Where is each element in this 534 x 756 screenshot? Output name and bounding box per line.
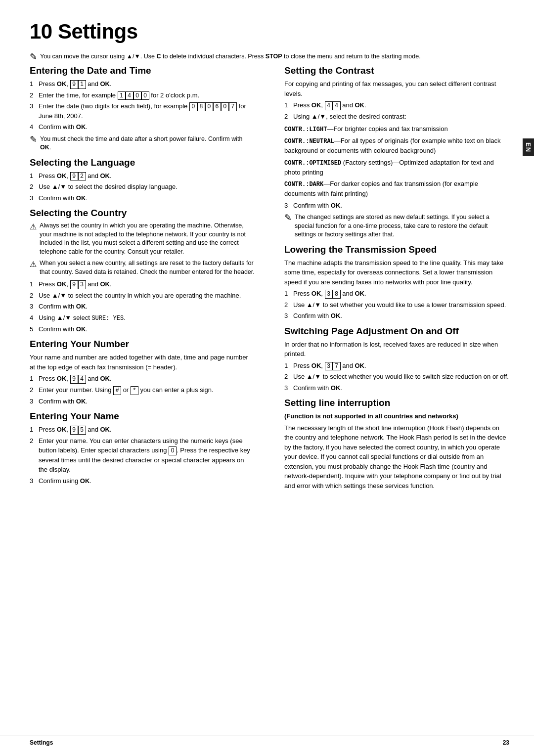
list-item: 2 Use ▲/▼ to select whether you would li…: [284, 372, 509, 382]
heading-date-time: Entering the Date and Time: [30, 65, 255, 76]
list-item: 2 Enter your number. Using # or * you ca…: [30, 385, 255, 395]
warning-icon: ⚠: [30, 260, 37, 269]
list-item: 2 Use ▲/▼ to select the country in which…: [30, 291, 255, 301]
note-text: The changed settings are stored as new d…: [295, 213, 509, 239]
list-item: 3 Confirm with OK.: [284, 311, 509, 321]
section-page-adjustment: Switching Page Adjustment On and Off In …: [284, 326, 509, 393]
section-country: Selecting the Country ⚠ Always set the c…: [30, 208, 255, 334]
heading-language: Selecting the Language: [30, 157, 255, 168]
note-icon: ✎: [30, 134, 37, 145]
list-item: 2 Use ▲/▼ to set whether you would like …: [284, 300, 509, 310]
contrast-dark: CONTR.:DARK—For darker copies and fax tr…: [284, 179, 509, 199]
section-date-time: Entering the Date and Time 1 Press OK, 9…: [30, 65, 255, 152]
left-column: Entering the Date and Time 1 Press OK, 9…: [30, 65, 260, 495]
page-title: 10 Settings: [30, 20, 509, 44]
page: EN 10 Settings ✎ You can move the cursor…: [0, 0, 534, 756]
heading-page-adjustment: Switching Page Adjustment On and Off: [284, 326, 509, 337]
intro-note: ✎ You can move the cursor using ▲/▼. Use…: [30, 52, 509, 62]
note-icon: ✎: [30, 51, 37, 62]
steps-transmission: 1 Press OK, 38 and OK. 2 Use ▲/▼ to set …: [284, 289, 509, 321]
list-item: 3 Confirm with OK.: [284, 383, 509, 393]
intro-number: Your name and number are added together …: [30, 353, 255, 372]
note-date-time: ✎ You must check the time and date after…: [30, 135, 255, 152]
steps-contrast-3: 3 Confirm with OK.: [284, 201, 509, 211]
en-tab: EN: [523, 138, 534, 156]
list-item: 1 Press OK, 93 and OK.: [30, 279, 255, 289]
list-item: 2 Enter the time, for example 1400 for 2…: [30, 90, 255, 100]
list-item: 1 Press OK, 94 and OK.: [30, 374, 255, 384]
steps-country: 1 Press OK, 93 and OK. 2 Use ▲/▼ to sele…: [30, 279, 255, 334]
footer-left: Settings: [30, 739, 53, 746]
list-item: 1 Press OK, 95 and OK.: [30, 425, 255, 435]
warn-text: When you select a new country, all setti…: [40, 259, 255, 276]
two-column-layout: Entering the Date and Time 1 Press OK, 9…: [30, 65, 509, 495]
list-item: 5 Confirm with OK.: [30, 324, 255, 334]
section-line-interruption: Setting line interruption (Function is n…: [284, 398, 509, 490]
footer: Settings 23: [0, 736, 534, 746]
intro-note-text: You can move the cursor using ▲/▼. Use C…: [40, 52, 421, 61]
list-item: 3 Confirm with OK.: [30, 193, 255, 203]
note-contrast: ✎ The changed settings are stored as new…: [284, 213, 509, 239]
contrast-light: CONTR.:LIGHT—For brighter copies and fax…: [284, 124, 509, 134]
heading-transmission: Lowering the Transmission Speed: [284, 244, 509, 255]
steps-number: 1 Press OK, 94 and OK. 2 Enter your numb…: [30, 374, 255, 406]
section-number: Entering Your Number Your name and numbe…: [30, 339, 255, 406]
section-language: Selecting the Language 1 Press OK, 92 an…: [30, 157, 255, 203]
heading-contrast: Setting the Contrast: [284, 65, 509, 76]
heading-number: Entering Your Number: [30, 339, 255, 350]
section-name: Entering Your Name 1 Press OK, 95 and OK…: [30, 411, 255, 486]
list-item: 1 Press OK, 37 and OK.: [284, 361, 509, 371]
warn-country-2: ⚠ When you select a new country, all set…: [30, 259, 255, 276]
list-item: 3 Confirm with OK.: [284, 201, 509, 211]
intro-contrast: For copying and printing of fax messages…: [284, 79, 509, 98]
section-transmission: Lowering the Transmission Speed The mach…: [284, 244, 509, 321]
list-item: 4 Confirm with OK.: [30, 122, 255, 132]
list-item: 1 Press OK, 44 and OK.: [284, 100, 509, 110]
contrast-neutral: CONTR.:NEUTRAL—For all types of original…: [284, 136, 509, 156]
heading-name: Entering Your Name: [30, 411, 255, 422]
footer-right: 23: [503, 739, 509, 746]
steps-page-adjustment: 1 Press OK, 37 and OK. 2 Use ▲/▼ to sele…: [284, 361, 509, 393]
list-item: 3 Confirm using OK.: [30, 476, 255, 486]
warning-icon: ⚠: [30, 222, 37, 231]
intro-transmission: The machine adapts the transmission spee…: [284, 258, 509, 287]
steps-contrast: 1 Press OK, 44 and OK. 2 Using ▲/▼, sele…: [284, 100, 509, 121]
list-item: 2 Use ▲/▼ to select the desired display …: [30, 182, 255, 192]
note-text: You must check the time and date after a…: [40, 135, 255, 152]
list-item: 3 Confirm with OK.: [30, 302, 255, 311]
list-item: 1 Press OK, 91 and OK.: [30, 79, 255, 89]
heading-line-interruption: Setting line interruption: [284, 398, 509, 408]
warn-country-1: ⚠ Always set the country in which you ar…: [30, 222, 255, 256]
list-item: 2 Enter your name. You can enter charact…: [30, 436, 255, 475]
right-column: Setting the Contrast For copying and pri…: [279, 65, 509, 495]
text-line-interruption: The necessary length of the short line i…: [284, 423, 509, 491]
list-item: 2 Using ▲/▼, select the desired contrast…: [284, 112, 509, 122]
contrast-optimised: CONTR.:OPTIMISED (Factory settings)—Opti…: [284, 158, 509, 178]
steps-date-time: 1 Press OK, 91 and OK. 2 Enter the time,…: [30, 79, 255, 132]
note-icon: ✎: [284, 212, 292, 223]
list-item: 3 Confirm with OK.: [30, 397, 255, 406]
heading-country: Selecting the Country: [30, 208, 255, 219]
warn-text: Always set the country in which you are …: [40, 222, 255, 256]
list-item: 4 Using ▲/▼ select SURE: YES.: [30, 313, 255, 323]
steps-language: 1 Press OK, 92 and OK. 2 Use ▲/▼ to sele…: [30, 171, 255, 203]
subheading-line-interruption: (Function is not supported in all countr…: [284, 411, 509, 421]
list-item: 1 Press OK, 38 and OK.: [284, 289, 509, 299]
list-item: 1 Press OK, 92 and OK.: [30, 171, 255, 181]
intro-page-adjustment: In order that no information is lost, re…: [284, 340, 509, 359]
steps-name: 1 Press OK, 95 and OK. 2 Enter your name…: [30, 425, 255, 486]
section-contrast: Setting the Contrast For copying and pri…: [284, 65, 509, 239]
list-item: 3 Enter the date (two digits for each fi…: [30, 101, 255, 121]
